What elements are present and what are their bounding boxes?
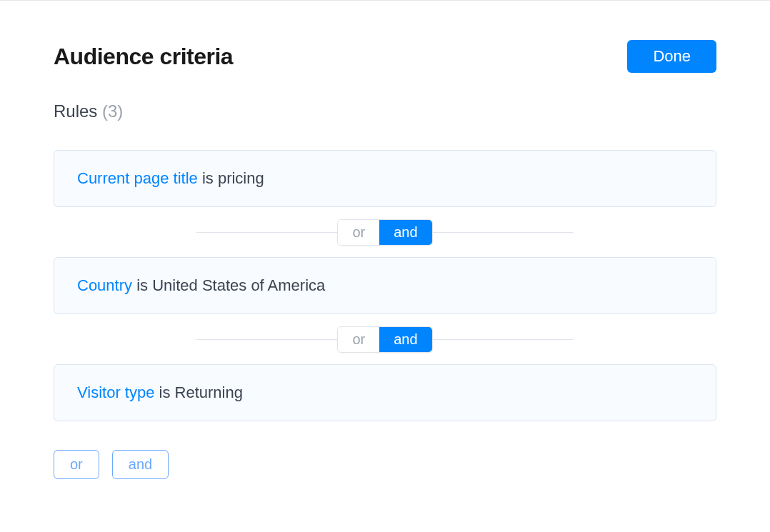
rules-count: (3): [102, 101, 123, 121]
rule-attribute: Country: [77, 276, 132, 294]
add-or-button[interactable]: or: [54, 450, 99, 479]
add-and-button[interactable]: and: [112, 450, 169, 479]
rule-operator: is: [202, 169, 214, 187]
rule-card[interactable]: Visitor type is Returning: [54, 364, 716, 421]
page-title: Audience criteria: [54, 44, 233, 70]
add-rule-actions: or and: [54, 450, 716, 479]
connector-pill: or and: [337, 219, 432, 246]
rules-label: Rules: [54, 101, 97, 121]
rule-value: Returning: [175, 383, 243, 401]
connector-row: or and: [54, 207, 716, 257]
rules-heading: Rules (3): [54, 101, 716, 121]
rule-value: pricing: [218, 169, 264, 187]
rule-card[interactable]: Current page title is pricing: [54, 150, 716, 207]
connector-and-option[interactable]: and: [379, 220, 431, 245]
rule-operator: is: [159, 383, 171, 401]
rule-attribute: Visitor type: [77, 383, 154, 401]
connector-and-option[interactable]: and: [379, 327, 431, 352]
done-button[interactable]: Done: [627, 40, 716, 73]
connector-or-option[interactable]: or: [338, 327, 379, 352]
rule-operator: is: [136, 276, 148, 294]
connector-or-option[interactable]: or: [338, 220, 379, 245]
connector-pill: or and: [337, 326, 432, 353]
rule-value: United States of America: [152, 276, 325, 294]
rule-attribute: Current page title: [77, 169, 198, 187]
connector-row: or and: [54, 314, 716, 364]
rule-card[interactable]: Country is United States of America: [54, 257, 716, 314]
